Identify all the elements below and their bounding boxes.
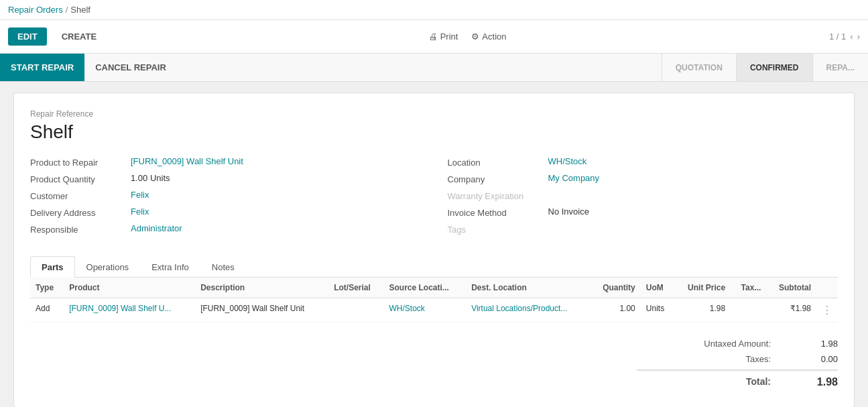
field-label-responsible: Responsible bbox=[30, 223, 131, 235]
field-value-responsible[interactable]: Administrator bbox=[131, 223, 182, 233]
cell-lot-serial bbox=[328, 298, 383, 323]
field-label-tags: Tags bbox=[448, 223, 548, 235]
untaxed-amount-value: 1.98 bbox=[784, 339, 838, 349]
col-lot-serial: Lot/Serial bbox=[328, 278, 383, 298]
col-options bbox=[816, 278, 838, 298]
edit-button[interactable]: EDIT bbox=[8, 27, 47, 46]
total-value: 1.98 bbox=[784, 376, 838, 388]
col-unit-price: Unit Price bbox=[674, 278, 731, 298]
chevron-right-icon[interactable]: › bbox=[857, 32, 860, 42]
cell-subtotal: ₹1.98 bbox=[766, 298, 816, 323]
action-label: Action bbox=[482, 32, 506, 42]
taxes-value: 0.00 bbox=[784, 354, 838, 364]
col-uom: UoM bbox=[641, 278, 674, 298]
totals-row-total: Total: 1.98 bbox=[637, 369, 838, 391]
field-invoice-method: Invoice Method No Invoice bbox=[448, 207, 839, 218]
field-value-location[interactable]: WH/Stock bbox=[548, 156, 587, 166]
field-warranty-expiration: Warranty Expiration bbox=[448, 190, 839, 201]
print-icon: 🖨 bbox=[429, 32, 438, 42]
form-card: Repair Reference Shelf Product to Repair… bbox=[13, 93, 855, 407]
col-dest-location: Dest. Location bbox=[466, 278, 590, 298]
start-repair-button[interactable]: START REPAIR bbox=[0, 54, 84, 81]
main-content: Repair Reference Shelf Product to Repair… bbox=[0, 82, 868, 407]
cell-col-options: ⋮ bbox=[816, 298, 838, 323]
field-value-product-to-repair[interactable]: [FURN_0009] Wall Shelf Unit bbox=[131, 156, 243, 166]
tabs: Parts Operations Extra Info Notes bbox=[30, 256, 838, 278]
cell-description: [FURN_0009] Wall Shelf Unit bbox=[195, 298, 328, 323]
parts-table: Type Product Description Lot/Serial Sour… bbox=[30, 278, 838, 323]
col-subtotal: Subtotal bbox=[766, 278, 816, 298]
cell-quantity: 1.00 bbox=[591, 298, 641, 323]
field-value-product-quantity: 1.00 Units bbox=[131, 173, 170, 183]
stage-repair[interactable]: REPA... bbox=[812, 54, 868, 81]
breadcrumb-current: Shelf bbox=[70, 5, 90, 15]
tab-notes[interactable]: Notes bbox=[200, 256, 246, 278]
repair-reference-label: Repair Reference bbox=[30, 109, 838, 119]
breadcrumb-parent-link[interactable]: Repair Orders bbox=[8, 5, 63, 15]
cell-tax bbox=[731, 298, 766, 323]
page-counter: 1 / 1 ‹ › bbox=[829, 32, 860, 42]
field-location: Location WH/Stock bbox=[448, 156, 839, 168]
field-label-product-quantity: Product Quantity bbox=[30, 173, 131, 184]
print-link[interactable]: 🖨 Print bbox=[429, 32, 458, 42]
field-responsible: Responsible Administrator bbox=[30, 223, 421, 235]
col-source-location: Source Locati... bbox=[383, 278, 466, 298]
action-link[interactable]: ⚙ Action bbox=[471, 32, 506, 42]
stage-quotation[interactable]: QUOTATION bbox=[662, 54, 736, 81]
breadcrumb-separator: / bbox=[66, 5, 68, 15]
page-counter-value: 1 / 1 bbox=[829, 32, 846, 42]
field-value-customer[interactable]: Felix bbox=[131, 190, 149, 200]
field-tags: Tags bbox=[448, 223, 839, 235]
cell-uom: Units bbox=[641, 298, 674, 323]
col-quantity: Quantity bbox=[591, 278, 641, 298]
col-product: Product bbox=[64, 278, 195, 298]
breadcrumb-bar: Repair Orders / Shelf bbox=[0, 0, 868, 20]
cancel-repair-button[interactable]: CANCEL REPAIR bbox=[84, 56, 177, 79]
cell-product[interactable]: [FURN_0009] Wall Shelf U... bbox=[64, 298, 195, 323]
stage-confirmed[interactable]: CONFIRMED bbox=[736, 54, 812, 81]
field-label-customer: Customer bbox=[30, 190, 131, 201]
field-product-to-repair: Product to Repair [FURN_0009] Wall Shelf… bbox=[30, 156, 421, 168]
tab-operations[interactable]: Operations bbox=[75, 256, 141, 278]
print-label: Print bbox=[440, 32, 458, 42]
cell-type: Add bbox=[30, 298, 64, 323]
tab-extra-info[interactable]: Extra Info bbox=[140, 256, 200, 278]
tab-parts[interactable]: Parts bbox=[30, 256, 75, 278]
field-label-warranty-expiration: Warranty Expiration bbox=[448, 190, 548, 201]
field-value-invoice-method: No Invoice bbox=[548, 207, 589, 217]
col-type: Type bbox=[30, 278, 64, 298]
cell-source-location[interactable]: WH/Stock bbox=[383, 298, 466, 323]
field-company: Company My Company bbox=[448, 173, 839, 184]
field-value-company[interactable]: My Company bbox=[548, 173, 600, 183]
field-product-quantity: Product Quantity 1.00 Units bbox=[30, 173, 421, 184]
total-label: Total: bbox=[637, 376, 784, 388]
create-button[interactable]: CREATE bbox=[52, 27, 106, 46]
cell-unit-price: 1.98 bbox=[674, 298, 731, 323]
untaxed-amount-label: Untaxed Amount: bbox=[637, 339, 784, 349]
repair-title: Shelf bbox=[30, 121, 838, 143]
status-bar: START REPAIR CANCEL REPAIR QUOTATION CON… bbox=[0, 54, 868, 82]
action-center: 🖨 Print ⚙ Action bbox=[111, 32, 824, 42]
action-bar: EDIT CREATE 🖨 Print ⚙ Action 1 / 1 ‹ › bbox=[0, 20, 868, 54]
field-label-product-to-repair: Product to Repair bbox=[30, 156, 131, 168]
totals-section: Untaxed Amount: 1.98 Taxes: 0.00 Total: … bbox=[30, 336, 838, 391]
taxes-label: Taxes: bbox=[637, 354, 784, 364]
gear-icon: ⚙ bbox=[471, 32, 479, 42]
status-stages: QUOTATION CONFIRMED REPA... bbox=[662, 54, 868, 81]
field-label-invoice-method: Invoice Method bbox=[448, 207, 548, 218]
form-fields-right: Location WH/Stock Company My Company War… bbox=[448, 156, 839, 240]
totals-row-untaxed: Untaxed Amount: 1.98 bbox=[637, 336, 838, 351]
chevron-left-icon[interactable]: ‹ bbox=[850, 32, 853, 42]
col-description: Description bbox=[195, 278, 328, 298]
form-fields-left: Product to Repair [FURN_0009] Wall Shelf… bbox=[30, 156, 421, 240]
totals-row-taxes: Taxes: 0.00 bbox=[637, 351, 838, 367]
row-options-icon[interactable]: ⋮ bbox=[822, 304, 832, 316]
totals-table: Untaxed Amount: 1.98 Taxes: 0.00 Total: … bbox=[637, 336, 838, 391]
field-label-company: Company bbox=[448, 173, 548, 184]
col-tax: Tax... bbox=[731, 278, 766, 298]
form-fields: Product to Repair [FURN_0009] Wall Shelf… bbox=[30, 156, 838, 240]
field-label-delivery-address: Delivery Address bbox=[30, 207, 131, 218]
field-value-delivery-address[interactable]: Felix bbox=[131, 207, 149, 217]
cell-dest-location[interactable]: Virtual Locations/Product... bbox=[466, 298, 590, 323]
field-label-location: Location bbox=[448, 156, 548, 168]
